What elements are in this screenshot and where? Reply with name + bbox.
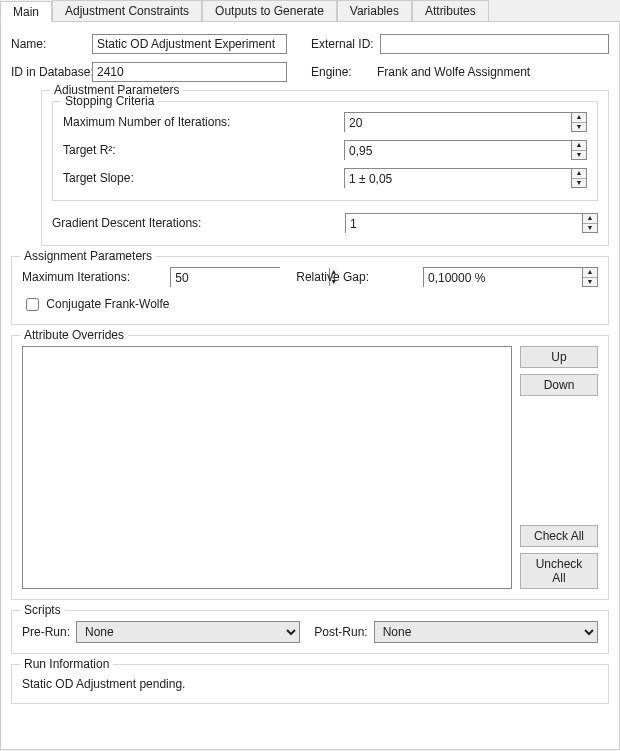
assignment-params-legend: Assignment Parameters [20, 249, 156, 263]
tab-outputs[interactable]: Outputs to Generate [202, 0, 337, 21]
spin-down-icon[interactable]: ▼ [583, 278, 597, 287]
tab-main[interactable]: Main [0, 1, 52, 22]
gd-iter-spinner[interactable]: ▲▼ [345, 213, 598, 233]
spin-down-icon[interactable]: ▼ [572, 151, 586, 160]
spin-up-icon[interactable]: ▲ [583, 268, 597, 278]
conjugate-text: Conjugate Frank-Wolfe [46, 297, 169, 311]
adjustment-params-group: Adjustment Parameters Stopping Criteria … [41, 90, 609, 246]
stopping-criteria-legend: Stopping Criteria [61, 94, 158, 108]
target-r2-label: Target R²: [63, 143, 338, 157]
external-id-label: External ID: [311, 37, 374, 51]
rel-gap-input[interactable] [424, 268, 582, 288]
name-input[interactable] [92, 34, 287, 54]
assign-max-iter-label: Maximum Iterations: [22, 270, 164, 284]
tab-variables[interactable]: Variables [337, 0, 412, 21]
external-id-input[interactable] [380, 34, 609, 54]
run-info-group: Run Information Static OD Adjustment pen… [11, 664, 609, 704]
assign-max-iter-spinner[interactable]: ▲▼ [170, 267, 280, 287]
pre-run-select[interactable]: None [76, 621, 300, 643]
spin-down-icon[interactable]: ▼ [583, 224, 597, 233]
run-info-text: Static OD Adjustment pending. [22, 675, 598, 693]
check-all-button[interactable]: Check All [520, 525, 598, 547]
main-page: Name: External ID: ID in Database: Engin… [0, 22, 620, 750]
spin-down-icon[interactable]: ▼ [572, 179, 586, 188]
engine-value: Frank and Wolfe Assignment [377, 65, 530, 79]
target-r2-input[interactable] [345, 141, 571, 161]
max-iter-spinner[interactable]: ▲▼ [344, 112, 587, 132]
down-button[interactable]: Down [520, 374, 598, 396]
rel-gap-spinner[interactable]: ▲▼ [423, 267, 598, 287]
scripts-group: Scripts Pre-Run: None Post-Run: None [11, 610, 609, 654]
spin-down-icon[interactable]: ▼ [572, 123, 586, 132]
spin-up-icon[interactable]: ▲ [572, 113, 586, 123]
post-run-label: Post-Run: [314, 625, 367, 639]
run-info-legend: Run Information [20, 657, 113, 671]
max-iter-input[interactable] [345, 113, 571, 133]
spin-up-icon[interactable]: ▲ [572, 141, 586, 151]
id-db-input[interactable] [92, 62, 287, 82]
conjugate-checkbox[interactable] [26, 298, 39, 311]
spin-up-icon[interactable]: ▲ [583, 214, 597, 224]
max-iter-label: Maximum Number of Iterations: [63, 115, 338, 129]
target-slope-spinner[interactable]: ▲▼ [344, 168, 587, 188]
tab-adj-constraints[interactable]: Adjustment Constraints [52, 0, 202, 21]
target-slope-label: Target Slope: [63, 171, 338, 185]
overrides-listbox[interactable] [22, 346, 512, 589]
uncheck-all-button[interactable]: Uncheck All [520, 553, 598, 589]
stopping-criteria-group: Stopping Criteria Maximum Number of Iter… [52, 101, 598, 201]
target-r2-spinner[interactable]: ▲▼ [344, 140, 587, 160]
gd-iter-input[interactable] [346, 214, 582, 234]
gd-iter-label: Gradient Descent Iterations: [52, 216, 339, 230]
name-label: Name: [11, 37, 86, 51]
attribute-overrides-group: Attribute Overrides Up Down Check All Un… [11, 335, 609, 600]
pre-run-label: Pre-Run: [22, 625, 70, 639]
up-button[interactable]: Up [520, 346, 598, 368]
assignment-params-group: Assignment Parameters Maximum Iterations… [11, 256, 609, 325]
conjugate-checkbox-label[interactable]: Conjugate Frank-Wolfe [22, 295, 170, 314]
engine-label: Engine: [311, 65, 371, 79]
tab-bar: Main Adjustment Constraints Outputs to G… [0, 0, 620, 22]
tab-attributes[interactable]: Attributes [412, 0, 489, 21]
spin-up-icon[interactable]: ▲ [572, 169, 586, 179]
target-slope-input[interactable] [345, 169, 571, 189]
post-run-select[interactable]: None [374, 621, 598, 643]
scripts-legend: Scripts [20, 603, 65, 617]
id-db-label: ID in Database: [11, 65, 86, 79]
rel-gap-label: Relative Gap: [296, 270, 417, 284]
attribute-overrides-legend: Attribute Overrides [20, 328, 128, 342]
